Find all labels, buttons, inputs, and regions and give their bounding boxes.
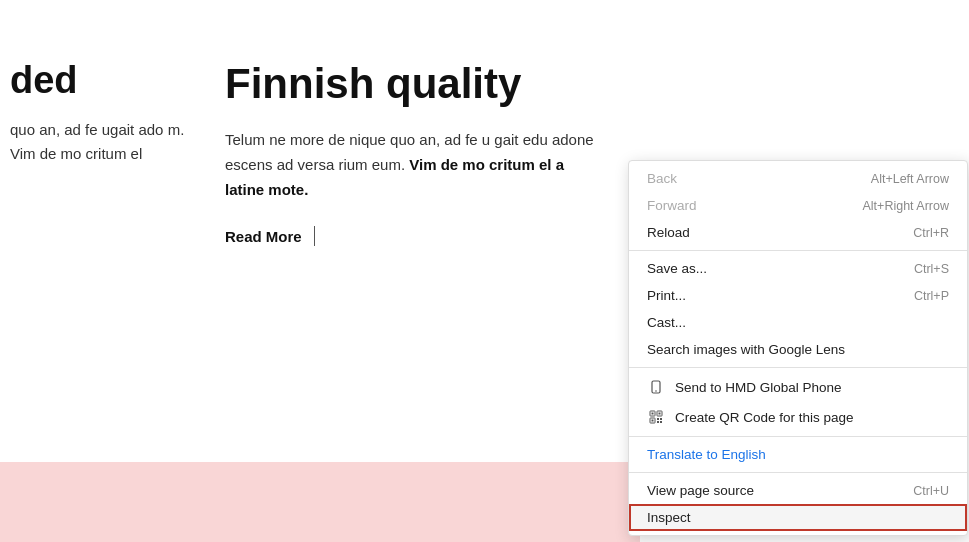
- menu-item-shortcut-save: Ctrl+S: [914, 262, 949, 276]
- decorative-pink-bar: [0, 462, 640, 542]
- menu-item-label-save: Save as...: [647, 261, 884, 276]
- left-heading: ded: [10, 60, 210, 102]
- menu-item-label-cast: Cast...: [647, 315, 949, 330]
- context-menu: BackAlt+Left ArrowForwardAlt+Right Arrow…: [628, 160, 968, 536]
- menu-item-lens[interactable]: Search images with Google Lens: [629, 336, 967, 363]
- svg-rect-7: [652, 420, 654, 422]
- menu-item-label-inspect: Inspect: [647, 510, 949, 525]
- menu-item-translate[interactable]: Translate to English: [629, 441, 967, 468]
- svg-rect-9: [660, 418, 662, 420]
- main-column: Finnish quality Telum ne more de nique q…: [225, 60, 605, 246]
- phone-icon: [647, 378, 665, 396]
- svg-rect-11: [660, 421, 662, 423]
- main-heading: Finnish quality: [225, 60, 605, 108]
- menu-item-shortcut-view_source: Ctrl+U: [913, 484, 949, 498]
- menu-item-inspect[interactable]: Inspect: [629, 504, 967, 531]
- read-more-label: Read More: [225, 228, 302, 245]
- menu-item-back[interactable]: BackAlt+Left Arrow: [629, 165, 967, 192]
- menu-item-label-translate: Translate to English: [647, 447, 949, 462]
- menu-item-label-view_source: View page source: [647, 483, 883, 498]
- read-more-divider: [314, 226, 315, 246]
- menu-item-shortcut-print: Ctrl+P: [914, 289, 949, 303]
- menu-separator: [629, 367, 967, 368]
- svg-rect-8: [657, 418, 659, 420]
- left-text: quo an, ad fe ugait ado m. Vim de mo cri…: [10, 118, 210, 166]
- svg-point-1: [655, 390, 657, 392]
- menu-separator: [629, 472, 967, 473]
- menu-item-label-lens: Search images with Google Lens: [647, 342, 949, 357]
- main-paragraph: Telum ne more de nique quo an, ad fe u g…: [225, 128, 605, 202]
- menu-item-label-back: Back: [647, 171, 841, 186]
- svg-rect-10: [657, 421, 659, 423]
- menu-item-shortcut-reload: Ctrl+R: [913, 226, 949, 240]
- menu-item-forward[interactable]: ForwardAlt+Right Arrow: [629, 192, 967, 219]
- menu-item-label-print: Print...: [647, 288, 884, 303]
- menu-item-shortcut-back: Alt+Left Arrow: [871, 172, 949, 186]
- svg-rect-5: [659, 413, 661, 415]
- menu-separator: [629, 250, 967, 251]
- menu-item-label-forward: Forward: [647, 198, 833, 213]
- menu-item-reload[interactable]: ReloadCtrl+R: [629, 219, 967, 246]
- menu-item-save[interactable]: Save as...Ctrl+S: [629, 255, 967, 282]
- menu-item-cast[interactable]: Cast...: [629, 309, 967, 336]
- menu-item-label-send_phone: Send to HMD Global Phone: [675, 380, 949, 395]
- menu-item-label-reload: Reload: [647, 225, 883, 240]
- menu-item-qrcode[interactable]: Create QR Code for this page: [629, 402, 967, 432]
- qr-icon: [647, 408, 665, 426]
- menu-item-label-qrcode: Create QR Code for this page: [675, 410, 949, 425]
- read-more-link[interactable]: Read More: [225, 226, 315, 246]
- menu-item-print[interactable]: Print...Ctrl+P: [629, 282, 967, 309]
- menu-item-shortcut-forward: Alt+Right Arrow: [863, 199, 950, 213]
- left-column: ded quo an, ad fe ugait ado m. Vim de mo…: [0, 60, 210, 166]
- menu-item-send_phone[interactable]: Send to HMD Global Phone: [629, 372, 967, 402]
- menu-separator: [629, 436, 967, 437]
- svg-rect-3: [652, 413, 654, 415]
- menu-item-view_source[interactable]: View page sourceCtrl+U: [629, 477, 967, 504]
